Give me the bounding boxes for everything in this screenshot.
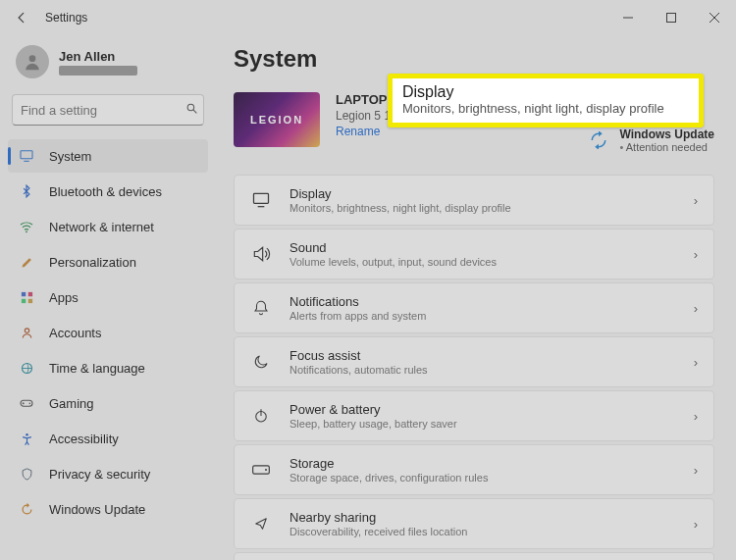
- card-title: Nearby sharing: [289, 510, 467, 525]
- sync-icon: [588, 129, 609, 151]
- back-button[interactable]: [10, 6, 33, 29]
- svg-rect-9: [27, 291, 31, 295]
- sidebar-item-label: Gaming: [49, 396, 94, 411]
- maximize-button[interactable]: [650, 2, 693, 33]
- user-name: Jen Allen: [59, 49, 137, 64]
- card-title: Focus assist: [289, 348, 428, 363]
- callout-sub: Monitors, brightness, night light, displ…: [402, 101, 689, 116]
- chevron-right-icon: ›: [694, 409, 698, 424]
- sidebar-item-accounts[interactable]: Accounts: [8, 316, 208, 349]
- sidebar-item-label: Bluetooth & devices: [49, 184, 162, 199]
- brush-icon: [18, 253, 35, 271]
- accounts-icon: [18, 324, 35, 341]
- svg-point-15: [29, 403, 31, 405]
- user-email-redacted: [59, 66, 137, 76]
- storage-icon: [250, 463, 272, 477]
- settings-card-storage[interactable]: StorageStorage space, drives, configurat…: [234, 444, 714, 495]
- chevron-right-icon: ›: [694, 247, 698, 262]
- sidebar-item-gaming[interactable]: Gaming: [8, 386, 208, 420]
- sidebar-item-label: Network & internet: [49, 220, 154, 234]
- chevron-right-icon: ›: [694, 301, 698, 316]
- svg-rect-17: [254, 193, 269, 203]
- sound-icon: [250, 244, 272, 264]
- shield-icon: [18, 465, 35, 483]
- settings-card-focus[interactable]: Focus assistNotifications, automatic rul…: [234, 336, 714, 387]
- sidebar-item-time[interactable]: Time & language: [8, 351, 208, 384]
- sidebar-item-network[interactable]: Network & internet: [8, 210, 208, 243]
- apps-icon: [18, 288, 35, 306]
- settings-card-power[interactable]: Power & batterySleep, battery usage, bat…: [234, 390, 714, 441]
- sidebar-item-privacy[interactable]: Privacy & security: [8, 457, 208, 490]
- card-sub: Sleep, battery usage, battery saver: [289, 418, 457, 430]
- bell-icon: [250, 299, 272, 317]
- svg-rect-8: [21, 291, 25, 295]
- svg-rect-1: [667, 14, 676, 23]
- moon-icon: [250, 353, 272, 371]
- sidebar-item-label: Apps: [49, 290, 79, 305]
- search-icon: [185, 102, 198, 118]
- svg-rect-10: [21, 298, 25, 302]
- sidebar-item-label: Personalization: [49, 255, 136, 270]
- chevron-right-icon: ›: [694, 355, 698, 370]
- card-title: Storage: [289, 456, 488, 471]
- bluetooth-icon: [18, 182, 35, 200]
- power-icon: [250, 407, 272, 425]
- minimize-icon: [623, 13, 633, 23]
- svg-rect-11: [27, 298, 31, 302]
- settings-card-multitasking[interactable]: Multitasking ›: [234, 552, 714, 560]
- avatar: [16, 45, 49, 78]
- card-title: Power & battery: [289, 402, 457, 417]
- sidebar-item-label: Accounts: [49, 326, 101, 340]
- search-input[interactable]: [21, 103, 185, 118]
- user-block[interactable]: Jen Allen: [8, 35, 208, 94]
- svg-point-12: [25, 328, 28, 331]
- card-title: Display: [289, 186, 511, 201]
- sidebar-item-system[interactable]: System: [8, 139, 208, 173]
- close-icon: [710, 13, 719, 23]
- callout-title: Display: [402, 83, 689, 101]
- sidebar-item-accessibility[interactable]: Accessibility: [8, 422, 208, 455]
- settings-card-nearby[interactable]: Nearby sharingDiscoverability, received …: [234, 498, 714, 549]
- chevron-right-icon: ›: [694, 193, 698, 208]
- windows-update-status[interactable]: Windows Update Attention needed: [588, 127, 714, 153]
- sidebar-item-personalization[interactable]: Personalization: [8, 245, 208, 279]
- device-image: LEGION: [234, 92, 320, 147]
- card-sub: Notifications, automatic rules: [289, 364, 428, 376]
- sidebar-item-label: Time & language: [49, 361, 145, 376]
- card-sub: Volume levels, output, input, sound devi…: [289, 256, 497, 268]
- card-sub: Alerts from apps and system: [289, 310, 426, 322]
- search-box[interactable]: [12, 94, 204, 126]
- svg-point-2: [29, 55, 36, 62]
- display-icon: [250, 190, 272, 210]
- minimize-button[interactable]: [606, 2, 650, 33]
- sidebar-item-apps[interactable]: Apps: [8, 280, 208, 314]
- maximize-icon: [666, 13, 676, 23]
- device-logo-text: LEGION: [250, 114, 303, 126]
- wifi-icon: [18, 218, 35, 235]
- svg-point-7: [26, 230, 27, 232]
- system-icon: [18, 147, 35, 165]
- update-icon: [18, 500, 35, 518]
- clock-globe-icon: [18, 359, 35, 377]
- close-button[interactable]: [693, 2, 736, 33]
- sidebar-item-update[interactable]: Windows Update: [8, 492, 208, 526]
- chevron-right-icon: ›: [694, 517, 698, 532]
- card-title: Sound: [289, 240, 497, 255]
- sidebar-item-label: Windows Update: [49, 502, 145, 517]
- annotation-callout: Display Monitors, brightness, night ligh…: [388, 74, 704, 127]
- settings-card-sound[interactable]: SoundVolume levels, output, input, sound…: [234, 229, 714, 280]
- person-icon: [23, 52, 42, 72]
- svg-line-4: [193, 110, 196, 113]
- chevron-right-icon: ›: [694, 463, 698, 478]
- svg-point-22: [265, 469, 267, 471]
- settings-card-notifications[interactable]: NotificationsAlerts from apps and system…: [234, 282, 714, 333]
- card-sub: Discoverability, received files location: [289, 526, 467, 537]
- card-title: Notifications: [289, 294, 426, 309]
- sidebar-item-label: Privacy & security: [49, 467, 150, 482]
- gaming-icon: [18, 394, 35, 412]
- update-sub: Attention needed: [619, 141, 714, 153]
- settings-card-display[interactable]: DisplayMonitors, brightness, night light…: [234, 175, 714, 226]
- sidebar-item-label: Accessibility: [49, 432, 119, 446]
- svg-rect-5: [21, 151, 32, 159]
- sidebar-item-bluetooth[interactable]: Bluetooth & devices: [8, 175, 208, 208]
